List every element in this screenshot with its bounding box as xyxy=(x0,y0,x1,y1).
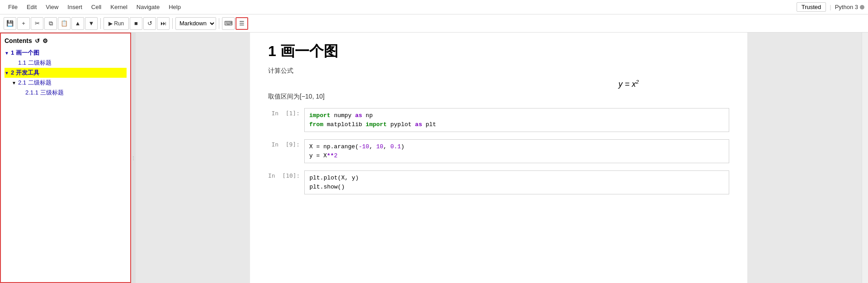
toc-link-1-1[interactable]: 1.1 二级标题 xyxy=(18,59,52,67)
copy-button[interactable]: ⧉ xyxy=(44,17,57,30)
toc-item-1-1[interactable]: 1.1 二级标题 xyxy=(5,58,127,68)
code-cell-3: In [10]: plt.plot(X, y) plt.show() xyxy=(268,170,729,194)
code-np: np xyxy=(366,112,373,119)
code-paren: ) xyxy=(401,143,405,150)
num-neg10: -10 xyxy=(359,143,369,150)
code-matplotlib: matplotlib xyxy=(327,121,366,128)
code-line-1-2: from matplotlib import pyplot as plt xyxy=(309,120,724,129)
run-button[interactable]: ▶ Run xyxy=(104,17,129,30)
menu-edit[interactable]: Edit xyxy=(22,3,41,11)
sep2 xyxy=(172,18,173,29)
separator: | xyxy=(830,4,831,10)
cell-code-2[interactable]: X = np.arange(-10, 10, 0.1) y = X**2 xyxy=(304,139,729,163)
num-01: 0.1 xyxy=(390,143,401,150)
notebook-text2: 取值区间为[−10, 10] xyxy=(268,93,729,101)
add-cell-button[interactable]: + xyxy=(17,17,30,30)
notebook-text1: 计算公式 xyxy=(268,67,729,75)
restart-button[interactable]: ↺ xyxy=(143,17,156,30)
code-pyplot: pyplot xyxy=(390,121,415,128)
menu-insert[interactable]: Insert xyxy=(63,3,87,11)
stop-button[interactable]: ■ xyxy=(130,17,142,30)
paste-button[interactable]: 📋 xyxy=(58,17,71,30)
save-button[interactable]: 💾 xyxy=(4,17,16,30)
code-plt: plt xyxy=(426,121,436,128)
toc-toggle-2: ▼ xyxy=(5,71,10,75)
toc-item-2-1[interactable]: ▼ 2.1 二级标题 xyxy=(5,78,127,88)
cell-prompt-1: In [1]: xyxy=(268,108,304,117)
cell-code-3[interactable]: plt.plot(X, y) plt.show() xyxy=(304,170,729,194)
toc-sidebar: Contents ↺ ⚙ ▼ 1 画一个图 1.1 二级标题 ▼ 2 开发工具 … xyxy=(0,33,131,283)
notebook-heading1: 1 画一个图 xyxy=(268,42,729,61)
menu-cell[interactable]: Cell xyxy=(87,3,106,11)
notebook-formula: y = x2 xyxy=(268,79,639,89)
move-down-button[interactable]: ▼ xyxy=(85,17,98,30)
code-x-assign: X = np.arange( xyxy=(309,143,359,150)
code-numpy: numpy xyxy=(334,112,355,119)
sidebar-resize-handle[interactable]: ⋮ xyxy=(131,33,136,283)
restart-run-button[interactable]: ⏭ xyxy=(157,17,170,30)
kw-from: from xyxy=(309,121,323,128)
trusted-area: Trusted | Python 3 xyxy=(797,2,864,12)
sep3 xyxy=(219,18,219,29)
toc-link-1[interactable]: 1 画一个图 xyxy=(11,49,39,57)
menu-navigate[interactable]: Navigate xyxy=(132,3,164,11)
settings-icon[interactable]: ⚙ xyxy=(42,38,48,44)
code-line-1-1: import numpy as np xyxy=(309,111,724,120)
kw-import1: import xyxy=(309,112,330,119)
code-cell-1: In [1]: import numpy as np from matplotl… xyxy=(268,108,729,132)
sidebar-header: Contents ↺ ⚙ xyxy=(5,37,127,44)
scrollbar-track[interactable] xyxy=(862,33,868,283)
trusted-button[interactable]: Trusted xyxy=(797,2,826,12)
cell-code-1[interactable]: import numpy as np from matplotlib impor… xyxy=(304,108,729,132)
toc-toggle-2-1: ▼ xyxy=(12,80,17,85)
main-layout: Contents ↺ ⚙ ▼ 1 画一个图 1.1 二级标题 ▼ 2 开发工具 … xyxy=(0,33,868,283)
num-2: 2 xyxy=(334,152,338,159)
refresh-icon[interactable]: ↺ xyxy=(35,38,40,44)
code-comma1: , xyxy=(369,143,377,150)
menu-view[interactable]: View xyxy=(41,3,63,11)
python-label: Python 3 xyxy=(835,4,858,10)
code-line-3-2: plt.show() xyxy=(309,183,724,192)
notebook-document: 1 画一个图 计算公式 y = x2 取值区间为[−10, 10] In [1]… xyxy=(250,33,747,283)
menu-help[interactable]: Help xyxy=(164,3,185,11)
menu-kernel[interactable]: Kernel xyxy=(106,3,132,11)
code-line-3-1: plt.plot(X, y) xyxy=(309,174,724,183)
toolbar: 💾 + ✂ ⧉ 📋 ▲ ▼ ▶ Run ■ ↺ ⏭ Markdown Code … xyxy=(0,14,868,33)
toc-toggle-1: ▼ xyxy=(5,51,10,56)
cell-type-select[interactable]: Markdown Code Raw xyxy=(175,17,216,30)
kw-import2: import xyxy=(366,121,387,128)
code-cell-2: In [9]: X = np.arange(-10, 10, 0.1) y = … xyxy=(268,139,729,163)
code-comma2: , xyxy=(383,143,391,150)
code-y-assign: y = X xyxy=(309,152,327,159)
menu-file[interactable]: File xyxy=(4,3,22,11)
sidebar-title: Contents xyxy=(5,37,32,44)
num-10: 10 xyxy=(376,143,383,150)
toc-item-1[interactable]: ▼ 1 画一个图 xyxy=(5,48,127,58)
toc-link-2-1-1[interactable]: 2.1.1 三级标题 xyxy=(25,89,64,97)
toc-link-2-1[interactable]: 2.1 二级标题 xyxy=(18,79,52,87)
kw-as2: as xyxy=(415,121,422,128)
toc-item-2[interactable]: ▼ 2 开发工具 xyxy=(5,68,127,78)
cell-prompt-2: In [9]: xyxy=(268,139,304,148)
cell-prompt-3: In [10]: xyxy=(268,170,304,179)
notebook-content-area: 1 画一个图 计算公式 y = x2 取值区间为[−10, 10] In [1]… xyxy=(136,33,862,283)
kw-as1: as xyxy=(355,112,362,119)
python-indicator: Python 3 xyxy=(835,4,864,10)
toc-item-2-1-1[interactable]: 2.1.1 三级标题 xyxy=(5,88,127,98)
kernel-status-circle xyxy=(860,5,864,9)
move-up-button[interactable]: ▲ xyxy=(71,17,84,30)
kw-pow: ** xyxy=(327,152,334,159)
menu-bar: File Edit View Insert Cell Kernel Naviga… xyxy=(0,0,868,14)
toc-button[interactable]: ☰ xyxy=(236,17,248,30)
cut-button[interactable]: ✂ xyxy=(31,17,43,30)
code-line-2-1: X = np.arange(-10, 10, 0.1) xyxy=(309,142,724,151)
code-line-2-2: y = X**2 xyxy=(309,151,724,160)
toc-link-2[interactable]: 2 开发工具 xyxy=(11,69,39,77)
keyboard-shortcuts-button[interactable]: ⌨ xyxy=(222,17,235,30)
sep1 xyxy=(100,18,101,29)
